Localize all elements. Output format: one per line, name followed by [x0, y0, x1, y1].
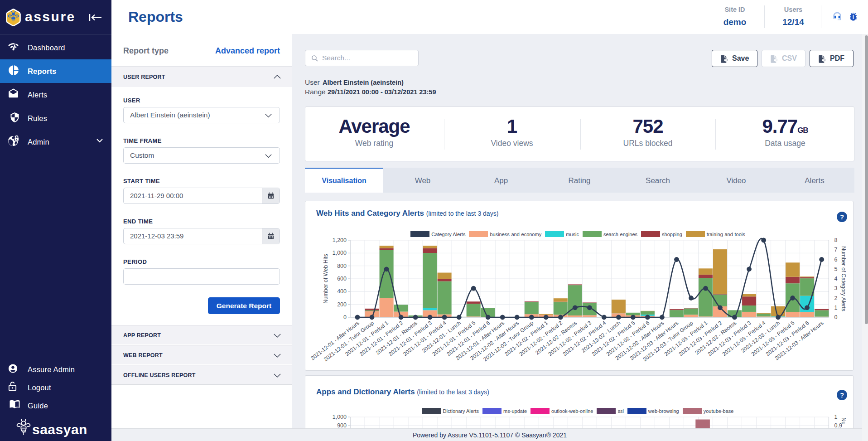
svg-text:5: 5 [834, 266, 838, 272]
svg-text:200: 200 [337, 301, 347, 308]
svg-text:0: 0 [834, 314, 838, 320]
svg-text:400: 400 [337, 288, 347, 295]
svg-text:1,000: 1,000 [333, 250, 347, 256]
svg-text:Number of Web Hits: Number of Web Hits [323, 254, 329, 304]
svg-text:900: 900 [337, 422, 347, 429]
svg-text:Nu: Nu [840, 417, 847, 425]
svg-text:800: 800 [337, 263, 347, 269]
svg-text:1: 1 [834, 305, 838, 311]
svg-text:3: 3 [834, 285, 838, 291]
svg-text:8: 8 [834, 237, 838, 243]
svg-text:2: 2 [834, 295, 838, 301]
svg-text:600: 600 [337, 276, 347, 282]
svg-text:1,200: 1,200 [333, 237, 347, 243]
svg-text:1,000: 1,000 [333, 414, 347, 420]
svg-text:6: 6 [834, 257, 838, 263]
svg-text:4: 4 [834, 276, 838, 282]
svg-text:7: 7 [834, 247, 838, 253]
svg-text:Number of Category Alerts: Number of Category Alerts [840, 246, 847, 311]
svg-text:1: 1 [834, 414, 838, 420]
svg-text:0: 0 [343, 314, 347, 320]
